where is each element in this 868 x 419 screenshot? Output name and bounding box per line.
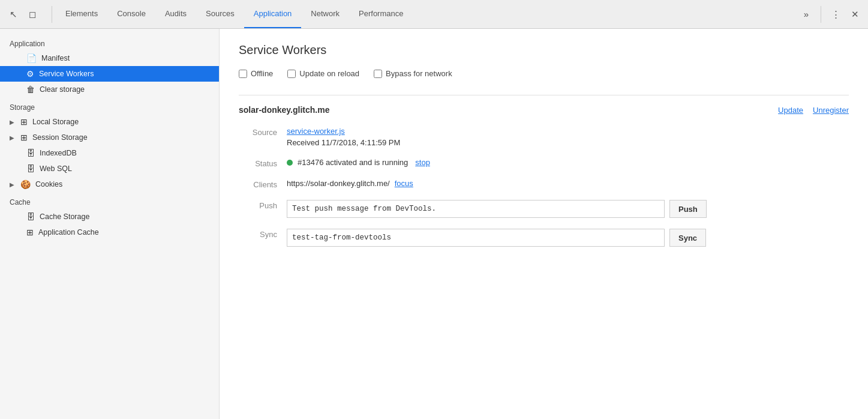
toolbar-tabs: Elements Console Audits Sources Applicat… <box>56 0 413 28</box>
push-row: Push Push <box>239 200 849 218</box>
toolbar-more: » ⋮ ✕ <box>798 6 863 23</box>
session-storage-arrow-icon: ▶ <box>10 134 14 141</box>
source-value-block: service-worker.js Received 11/7/2018, 4:… <box>287 127 400 147</box>
toolbar-divider <box>52 6 52 23</box>
sidebar-item-manifest[interactable]: 📄 Manifest <box>0 50 219 66</box>
sw-action-links: Update Unregister <box>778 106 849 115</box>
update-on-reload-label: Update on reload <box>299 69 359 78</box>
stop-link[interactable]: stop <box>415 158 430 167</box>
sw-domain-row: solar-donkey.glitch.me Update Unregister <box>239 105 849 115</box>
options-row: Offline Update on reload Bypass for netw… <box>239 69 849 78</box>
received-timestamp: 11/7/2018, 4:11:59 PM <box>322 138 401 147</box>
sidebar-item-cookies[interactable]: ▶ 🍪 Cookies <box>0 176 219 192</box>
unregister-link[interactable]: Unregister <box>813 106 849 115</box>
toolbar: ↖ ◻ Elements Console Audits Sources Appl… <box>0 0 868 29</box>
sidebar-item-service-workers[interactable]: ⚙ Service Workers <box>0 66 219 82</box>
clients-value: https://solar-donkey.glitch.me/ focus <box>287 179 413 188</box>
sidebar-item-local-storage[interactable]: ▶ ⊞ Local Storage <box>0 114 219 130</box>
sidebar-item-label-manifest: Manifest <box>41 54 70 62</box>
tab-sources[interactable]: Sources <box>196 0 244 28</box>
local-storage-icon: ⊞ <box>20 117 28 127</box>
cursor-tool-button[interactable]: ↖ <box>5 6 22 23</box>
cache-section-header: Cache <box>0 192 219 209</box>
offline-checkbox[interactable] <box>239 70 247 78</box>
inspector-tool-button[interactable]: ◻ <box>24 6 41 23</box>
clients-row: Clients https://solar-donkey.glitch.me/ … <box>239 179 849 189</box>
tab-performance[interactable]: Performance <box>349 0 413 28</box>
sw-domain-name: solar-donkey.glitch.me <box>239 105 329 115</box>
clients-url: https://solar-donkey.glitch.me/ <box>287 179 390 188</box>
cookies-arrow-icon: ▶ <box>10 181 14 188</box>
sidebar-item-label-service-workers: Service Workers <box>39 70 94 78</box>
close-button[interactable]: ✕ <box>846 6 863 23</box>
sidebar-item-indexed-db[interactable]: 🗄 IndexedDB <box>0 145 219 161</box>
storage-section-header: Storage <box>0 97 219 114</box>
manifest-icon: 📄 <box>26 53 37 63</box>
push-button[interactable]: Push <box>669 200 707 218</box>
main-layout: Application 📄 Manifest ⚙ Service Workers… <box>0 29 868 419</box>
status-label: Status <box>239 158 287 168</box>
status-row: Status #13476 activated and is running s… <box>239 158 849 168</box>
application-cache-icon: ⊞ <box>26 228 34 237</box>
toolbar-right-divider <box>821 6 821 23</box>
push-label: Push <box>239 200 287 210</box>
clear-storage-icon: 🗑 <box>26 85 35 94</box>
sync-row: Sync Sync <box>239 229 849 247</box>
web-sql-icon: 🗄 <box>26 164 35 173</box>
sidebar: Application 📄 Manifest ⚙ Service Workers… <box>0 29 220 419</box>
received-prefix: Received <box>287 138 322 147</box>
sidebar-item-label-local-storage: Local Storage <box>32 118 79 126</box>
source-row: Source service-worker.js Received 11/7/2… <box>239 127 849 147</box>
sidebar-item-label-application-cache: Application Cache <box>38 228 99 237</box>
cache-storage-icon: 🗄 <box>26 212 35 222</box>
menu-button[interactable]: ⋮ <box>827 6 844 23</box>
status-value: #13476 activated and is running stop <box>287 158 430 167</box>
more-tabs-button[interactable]: » <box>798 6 815 23</box>
indexed-db-icon: 🗄 <box>26 148 35 158</box>
bypass-for-network-label: Bypass for network <box>386 69 452 78</box>
sidebar-item-cache-storage[interactable]: 🗄 Cache Storage <box>0 209 219 225</box>
clients-label: Clients <box>239 179 287 189</box>
sidebar-item-clear-storage[interactable]: 🗑 Clear storage <box>0 82 219 97</box>
sync-button[interactable]: Sync <box>669 229 706 247</box>
offline-label: Offline <box>251 69 273 78</box>
source-file-link[interactable]: service-worker.js <box>287 127 400 136</box>
status-dot-icon <box>287 160 293 166</box>
top-divider <box>239 95 849 95</box>
received-value: Received 11/7/2018, 4:11:59 PM <box>287 138 400 147</box>
sync-input[interactable] <box>287 229 665 247</box>
tab-console[interactable]: Console <box>107 0 155 28</box>
application-section-header: Application <box>0 34 219 50</box>
focus-link[interactable]: focus <box>395 179 413 188</box>
session-storage-icon: ⊞ <box>20 133 28 142</box>
tab-elements[interactable]: Elements <box>56 0 107 28</box>
sidebar-item-session-storage[interactable]: ▶ ⊞ Session Storage <box>0 130 219 145</box>
tab-network[interactable]: Network <box>301 0 349 28</box>
source-label: Source <box>239 127 287 137</box>
offline-checkbox-label[interactable]: Offline <box>239 69 273 78</box>
sidebar-item-label-indexed-db: IndexedDB <box>40 149 77 157</box>
update-on-reload-checkbox[interactable] <box>287 70 296 78</box>
sidebar-item-label-cookies: Cookies <box>35 180 62 188</box>
sidebar-item-web-sql[interactable]: 🗄 Web SQL <box>0 161 219 176</box>
status-text: #13476 activated and is running <box>298 158 408 167</box>
update-on-reload-checkbox-label[interactable]: Update on reload <box>287 69 359 78</box>
update-link[interactable]: Update <box>778 106 803 115</box>
sync-input-row: Sync <box>287 229 706 247</box>
service-workers-icon: ⚙ <box>26 69 34 79</box>
tab-audits[interactable]: Audits <box>155 0 196 28</box>
sidebar-item-label-session-storage: Session Storage <box>32 133 88 142</box>
toolbar-icons: ↖ ◻ <box>5 6 41 23</box>
push-input-row: Push <box>287 200 707 218</box>
local-storage-arrow-icon: ▶ <box>10 119 14 125</box>
cookies-icon: 🍪 <box>20 179 31 189</box>
bypass-for-network-checkbox[interactable] <box>374 70 382 78</box>
push-input[interactable] <box>287 200 665 218</box>
sidebar-item-application-cache[interactable]: ⊞ Application Cache <box>0 225 219 240</box>
bypass-for-network-checkbox-label[interactable]: Bypass for network <box>374 69 452 78</box>
content-panel: Service Workers Offline Update on reload… <box>220 29 868 419</box>
page-title: Service Workers <box>239 43 849 57</box>
sidebar-item-label-cache-storage: Cache Storage <box>40 213 89 221</box>
tab-application[interactable]: Application <box>244 0 302 28</box>
sidebar-item-label-web-sql: Web SQL <box>40 164 72 173</box>
